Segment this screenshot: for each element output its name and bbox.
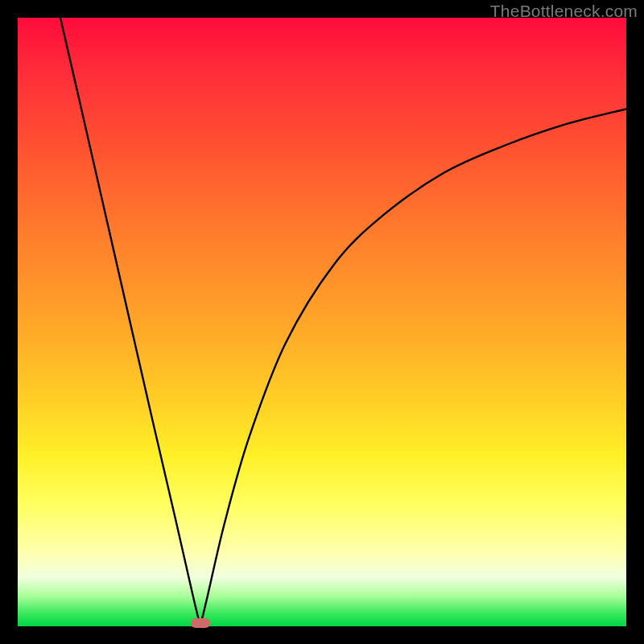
curve-path <box>60 18 626 626</box>
minimum-marker <box>191 618 210 628</box>
chart-frame <box>18 18 626 626</box>
bottleneck-curve <box>18 18 626 626</box>
